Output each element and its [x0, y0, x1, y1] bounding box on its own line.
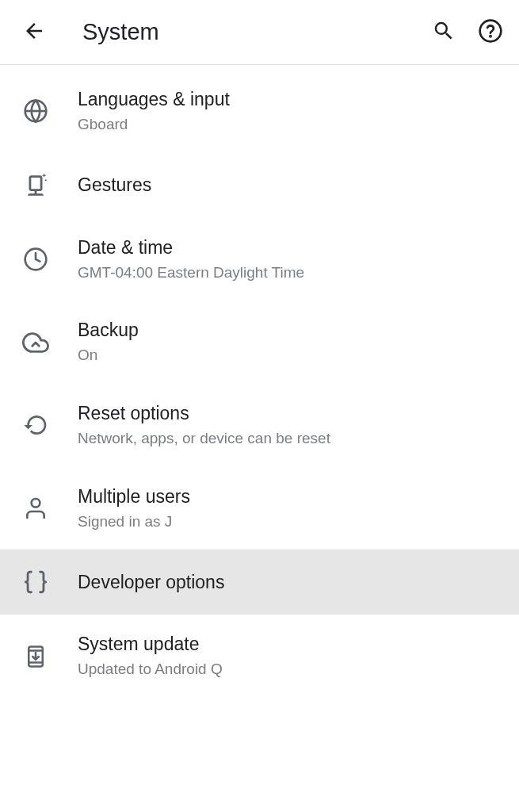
item-title: System update	[78, 632, 503, 657]
svg-point-1	[490, 36, 490, 36]
settings-list: Languages & input Gboard Gestures Date &…	[0, 65, 519, 698]
list-item-developer[interactable]: Developer options	[0, 550, 519, 615]
item-text: Developer options	[78, 570, 503, 595]
cloud-upload-icon	[22, 329, 49, 356]
globe-icon	[22, 98, 49, 124]
list-item-users[interactable]: Multiple users Signed in as J	[0, 467, 519, 550]
item-subtitle: Gboard	[78, 114, 503, 136]
braces-icon	[22, 569, 49, 596]
search-icon	[432, 19, 456, 43]
svg-point-0	[480, 20, 502, 41]
system-update-icon	[22, 643, 49, 670]
list-item-update[interactable]: System update Updated to Android Q	[0, 615, 519, 698]
item-subtitle: GMT-04:00 Eastern Daylight Time	[78, 262, 503, 284]
item-title: Multiple users	[78, 485, 503, 509]
item-title: Reset options	[78, 401, 503, 426]
item-title: Backup	[78, 318, 503, 343]
arrow-back-icon	[22, 19, 46, 43]
person-icon	[22, 495, 49, 522]
list-item-datetime[interactable]: Date & time GMT-04:00 Eastern Daylight T…	[0, 218, 519, 301]
header-actions	[432, 18, 503, 47]
svg-point-5	[32, 499, 40, 508]
app-header: System	[0, 0, 519, 65]
list-item-backup[interactable]: Backup On	[0, 301, 519, 384]
gestures-icon	[22, 172, 49, 199]
item-text: System update Updated to Android Q	[78, 632, 503, 680]
item-subtitle: Signed in as J	[78, 511, 503, 533]
item-title: Developer options	[78, 570, 503, 595]
item-text: Languages & input Gboard	[78, 87, 503, 136]
item-title: Languages & input	[78, 87, 503, 112]
search-button[interactable]	[432, 19, 456, 46]
item-subtitle: Updated to Android Q	[78, 659, 503, 680]
item-text: Multiple users Signed in as J	[78, 485, 503, 533]
back-button[interactable]	[16, 13, 52, 52]
help-button[interactable]	[478, 18, 503, 47]
item-subtitle: Network, apps, or device can be reset	[78, 428, 503, 450]
item-title: Gestures	[78, 173, 503, 197]
list-item-reset[interactable]: Reset options Network, apps, or device c…	[0, 384, 519, 467]
item-title: Date & time	[78, 236, 503, 260]
clock-icon	[22, 246, 49, 273]
help-icon	[478, 18, 503, 44]
item-text: Gestures	[78, 173, 503, 197]
item-text: Date & time GMT-04:00 Eastern Daylight T…	[78, 236, 503, 284]
item-text: Reset options Network, apps, or device c…	[78, 401, 503, 450]
item-text: Backup On	[78, 318, 503, 366]
restore-icon	[22, 412, 49, 439]
page-title: System	[82, 19, 432, 45]
list-item-gestures[interactable]: Gestures	[0, 153, 519, 218]
list-item-languages[interactable]: Languages & input Gboard	[0, 70, 519, 153]
item-subtitle: On	[78, 345, 503, 366]
